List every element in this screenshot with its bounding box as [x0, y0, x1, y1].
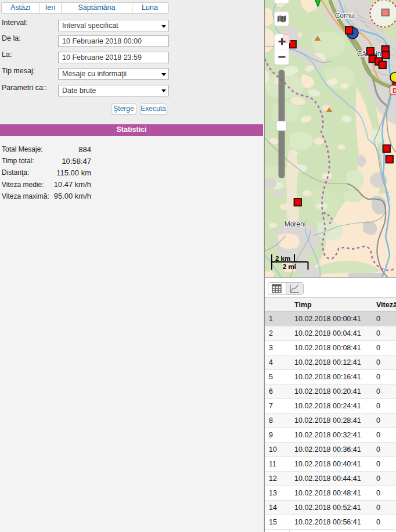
- svg-text:Cornu: Cornu: [335, 12, 354, 20]
- svg-text:Moreni: Moreni: [285, 220, 306, 228]
- svg-text:D: D: [393, 87, 396, 94]
- svg-text:2 km: 2 km: [275, 255, 290, 262]
- svg-text:2 mi: 2 mi: [283, 263, 296, 270]
